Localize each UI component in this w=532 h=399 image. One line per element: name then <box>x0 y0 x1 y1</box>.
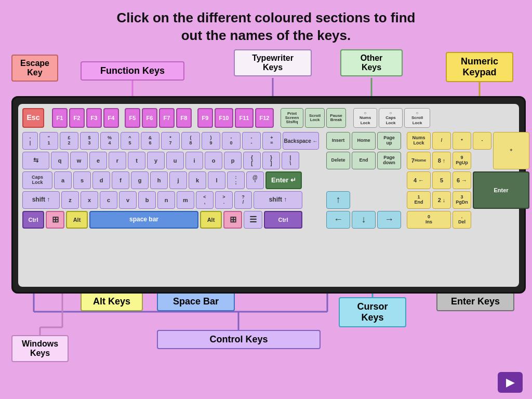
key-h[interactable]: h <box>150 171 168 189</box>
key-numpad-lock[interactable]: NumsLock <box>407 132 431 150</box>
key-lbracket[interactable]: {[ <box>243 152 261 169</box>
key-5[interactable]: ^5 <box>121 132 139 150</box>
key-f[interactable]: f <box>112 171 129 189</box>
key-a[interactable]: a <box>54 171 72 189</box>
key-u[interactable]: u <box>166 152 184 169</box>
key-numpad-7[interactable]: 7Home <box>407 152 431 169</box>
key-win-right[interactable]: ⊞ <box>223 211 242 229</box>
key-f12[interactable]: F12 <box>255 108 274 128</box>
key-minus[interactable]: -- <box>242 132 261 150</box>
key-quote[interactable]: @' <box>246 171 264 189</box>
key-pageup[interactable]: Pageup <box>377 132 401 150</box>
key-f8[interactable]: F8 <box>176 108 192 128</box>
key-esc[interactable]: Esc <box>22 108 44 128</box>
key-numpad-3[interactable]: 3PgDn <box>453 191 471 209</box>
key-scroll-lock-ind[interactable]: ○ScrollLock <box>404 108 430 128</box>
key-b[interactable]: b <box>138 191 156 209</box>
key-g[interactable]: g <box>131 171 149 189</box>
key-numpad-div[interactable]: / <box>432 132 451 150</box>
key-c[interactable]: c <box>100 191 117 209</box>
key-slash[interactable]: ?/ <box>234 191 252 209</box>
label-numeric[interactable]: NumericKeypad <box>446 52 513 82</box>
key-i[interactable]: i <box>185 152 203 169</box>
key-rbracket[interactable]: }] <box>262 152 280 169</box>
key-capslock[interactable]: CapsLock <box>22 171 52 189</box>
key-shift-right[interactable]: shift ↑ <box>254 191 302 209</box>
key-pagedown[interactable]: Pagedown <box>377 152 401 169</box>
key-v[interactable]: v <box>119 191 137 209</box>
key-f2[interactable]: F2 <box>69 108 85 128</box>
key-numpad-sub[interactable]: - <box>473 132 491 150</box>
key-print-screen[interactable]: PrintScreenStsRq <box>281 108 303 128</box>
key-f3[interactable]: F3 <box>86 108 102 128</box>
key-r[interactable]: r <box>109 152 126 169</box>
key-numpad-4[interactable]: 4 ← <box>407 171 431 189</box>
key-l[interactable]: l <box>208 171 225 189</box>
key-up[interactable]: ↑ <box>326 191 350 209</box>
key-enter[interactable]: Enter ↵ <box>265 171 302 189</box>
key-down[interactable]: ↓ <box>352 211 376 229</box>
key-w[interactable]: w <box>70 152 88 169</box>
key-alt-right[interactable]: Alt <box>200 211 222 229</box>
key-shift-left[interactable]: shift ↑ <box>22 191 60 209</box>
key-1[interactable]: "1 <box>39 132 58 150</box>
key-3[interactable]: $3 <box>80 132 99 150</box>
key-f5[interactable]: F5 <box>125 108 140 128</box>
label-escape[interactable]: EscapeKey <box>11 55 58 82</box>
key-numpad-0[interactable]: 0Ins <box>407 211 451 229</box>
label-spacebar[interactable]: Space Bar <box>157 292 235 311</box>
key-e[interactable]: e <box>89 152 107 169</box>
key-end[interactable]: End <box>352 152 376 169</box>
key-period[interactable]: >. <box>215 191 233 209</box>
label-enter[interactable]: Enter Keys <box>436 292 514 311</box>
key-4[interactable]: %4 <box>100 132 119 150</box>
key-f6[interactable]: F6 <box>142 108 157 128</box>
key-m[interactable]: m <box>177 191 194 209</box>
key-numpad-6[interactable]: 6 → <box>453 171 471 189</box>
label-windows[interactable]: WindowsKeys <box>11 335 69 362</box>
key-menu[interactable]: ☰ <box>244 211 262 229</box>
play-button[interactable] <box>498 372 523 393</box>
key-numpad-8[interactable]: 8 ↑ <box>432 152 451 169</box>
label-control[interactable]: Control Keys <box>157 330 321 349</box>
label-cursor[interactable]: CursorKeys <box>339 297 406 327</box>
key-win-left[interactable]: ⊞ <box>46 211 64 229</box>
key-backspace[interactable]: Backspace ← <box>283 132 319 150</box>
key-tab[interactable]: ⇆ <box>22 152 49 169</box>
key-x[interactable]: x <box>81 191 98 209</box>
key-comma[interactable]: <, <box>196 191 214 209</box>
key-caps-lock-ind[interactable]: ○CapsLock <box>379 108 403 128</box>
key-alt-left[interactable]: Alt <box>66 211 88 229</box>
key-numpad-5[interactable]: 5 <box>432 171 451 189</box>
key-insert[interactable]: Insert <box>326 132 350 150</box>
key-home[interactable]: Home <box>352 132 376 150</box>
key-scroll-lock[interactable]: ScrollLock <box>305 108 325 128</box>
key-n[interactable]: n <box>157 191 175 209</box>
key-f10[interactable]: F10 <box>215 108 233 128</box>
key-o[interactable]: o <box>205 152 222 169</box>
key-y[interactable]: y <box>147 152 165 169</box>
key-equals[interactable]: += <box>262 132 281 150</box>
key-ctrl-right[interactable]: Ctrl <box>264 211 302 229</box>
key-7[interactable]: *7 <box>161 132 180 150</box>
key-d[interactable]: d <box>92 171 110 189</box>
key-k[interactable]: k <box>189 171 206 189</box>
key-ctrl-left[interactable]: Ctrl <box>22 211 44 229</box>
key-right[interactable]: → <box>377 211 401 229</box>
key-delete[interactable]: Delete <box>326 152 350 169</box>
key-8[interactable]: (8 <box>181 132 200 150</box>
key-numpad-enter[interactable]: Enter <box>473 171 529 209</box>
key-f4[interactable]: F4 <box>103 108 119 128</box>
key-numpad-mul[interactable]: * <box>453 132 471 150</box>
key-semicolon[interactable]: :; <box>227 171 245 189</box>
key-j[interactable]: j <box>169 171 187 189</box>
key-f11[interactable]: F11 <box>235 108 254 128</box>
key-numpad-2[interactable]: 2 ↓ <box>432 191 451 209</box>
key-2[interactable]: £2 <box>60 132 78 150</box>
key-f7[interactable]: F7 <box>159 108 175 128</box>
key-z[interactable]: z <box>61 191 79 209</box>
label-other[interactable]: OtherKeys <box>340 49 403 76</box>
key-backslash[interactable]: |\ <box>282 152 299 169</box>
key-backtick[interactable]: -| <box>22 132 38 150</box>
key-0[interactable]: -0 <box>222 132 241 150</box>
